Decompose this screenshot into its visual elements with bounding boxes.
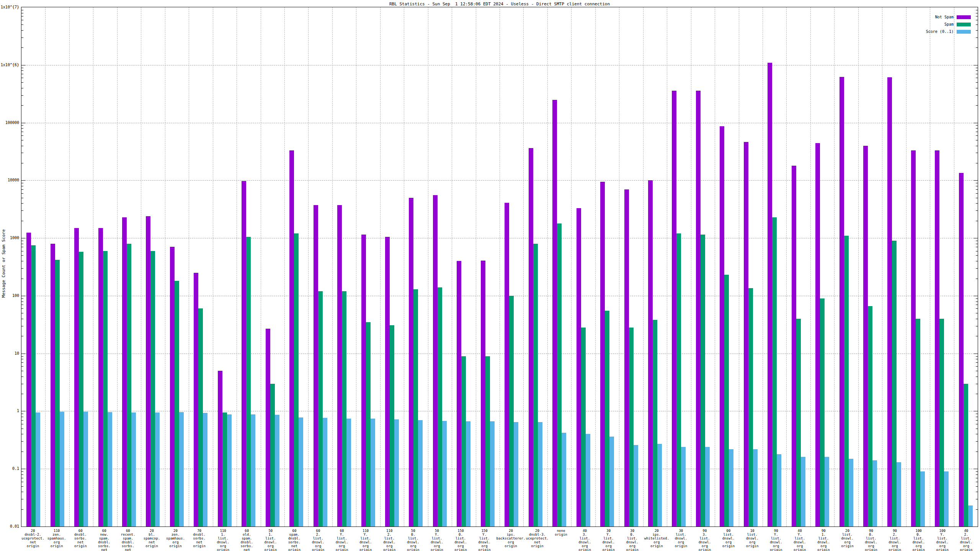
minor-tick-left xyxy=(21,125,23,126)
minor-tick-left xyxy=(21,203,23,204)
minor-tick-right xyxy=(976,486,978,487)
minor-tick-left xyxy=(21,146,23,146)
bar-score-0-1 xyxy=(418,420,423,527)
major-tick-right xyxy=(974,411,978,411)
minor-tick-left xyxy=(21,482,23,482)
major-tick-left xyxy=(21,238,25,238)
minor-tick-right xyxy=(976,24,978,25)
minor-tick-left xyxy=(21,37,23,38)
bar-score-0-1 xyxy=(801,457,805,527)
bar-score-0-1 xyxy=(968,505,973,527)
bar-spam xyxy=(198,308,203,527)
x-tick-label: 20 zen. spamhaus. org origin xyxy=(163,529,187,551)
bar-not-spam xyxy=(361,235,366,527)
legend-row: Not Spam xyxy=(926,15,971,19)
major-tick-right xyxy=(974,354,978,354)
x-tick-label: 20 dnsbl-3. uceprotect. net origin xyxy=(525,529,549,551)
x-tick-label: 110 2. list. dnswl. org origin xyxy=(377,529,401,551)
minor-tick-right xyxy=(976,153,978,153)
bar-score-0-1 xyxy=(825,457,829,527)
minor-tick-right xyxy=(976,441,978,442)
bar-not-spam xyxy=(314,205,318,527)
bar-group xyxy=(93,7,117,527)
x-tick-label: 60 new. spam. dnsbl. sorbs. net origin xyxy=(92,529,116,551)
bar-not-spam xyxy=(577,208,581,527)
bar-group xyxy=(69,7,93,527)
legend-label: Score (0..1) xyxy=(926,29,954,34)
bar-spam xyxy=(485,356,490,527)
y-tick-label: 0.01 xyxy=(0,525,19,528)
minor-tick-left xyxy=(21,140,23,140)
minor-tick-left xyxy=(21,394,23,394)
bar-not-spam xyxy=(696,91,701,527)
bar-score-0-1 xyxy=(944,471,949,527)
bar-score-0-1 xyxy=(251,414,255,527)
minor-tick-left xyxy=(21,183,23,183)
minor-tick-left xyxy=(21,10,23,10)
bar-group xyxy=(906,7,930,527)
minor-tick-left xyxy=(21,420,23,421)
bar-spam xyxy=(748,288,753,527)
bar-group xyxy=(308,7,332,527)
minor-tick-right xyxy=(976,492,978,492)
bar-spam xyxy=(246,237,251,527)
bar-not-spam xyxy=(768,63,772,527)
y-tick-label: 1x10^{6} xyxy=(0,63,19,67)
bar-spam xyxy=(820,298,825,527)
minor-tick-right xyxy=(976,37,978,38)
bar-group xyxy=(117,7,141,527)
minor-tick-right xyxy=(976,210,978,211)
x-tick-label: 50 0. list. dnswl. org origin xyxy=(401,529,425,551)
minor-tick-left xyxy=(21,356,23,357)
minor-tick-right xyxy=(976,30,978,31)
bar-score-0-1 xyxy=(108,412,112,527)
minor-tick-right xyxy=(976,509,978,510)
bar-not-spam xyxy=(122,217,127,527)
bar-spam xyxy=(31,245,36,527)
x-tick-label: 110 Y. list. dnswl. org origin xyxy=(354,529,377,551)
bar-score-0-1 xyxy=(538,422,542,527)
y-tick-label: 1x10^{7} xyxy=(0,5,19,9)
bar-score-0-1 xyxy=(346,419,351,527)
minor-tick-right xyxy=(976,499,978,499)
bar-not-spam xyxy=(289,150,294,527)
y-tick-label: 0.1 xyxy=(0,467,19,471)
minor-tick-right xyxy=(976,247,978,247)
minor-tick-right xyxy=(976,140,978,140)
bar-group xyxy=(763,7,786,527)
minor-tick-left xyxy=(21,384,23,384)
bar-score-0-1 xyxy=(657,444,662,527)
bar-not-spam xyxy=(720,126,724,527)
minor-tick-right xyxy=(976,417,978,417)
bar-spam xyxy=(844,236,849,527)
bar-score-0-1 xyxy=(371,419,375,527)
minor-tick-left xyxy=(21,24,23,25)
bar-score-0-1 xyxy=(705,447,710,527)
minor-tick-right xyxy=(976,471,978,472)
minor-tick-right xyxy=(976,268,978,269)
minor-tick-left xyxy=(21,336,23,336)
bar-group xyxy=(619,7,643,527)
minor-tick-right xyxy=(976,452,978,452)
bar-spam xyxy=(653,320,657,527)
bar-spam xyxy=(55,260,60,527)
minor-tick-left xyxy=(21,128,23,129)
minor-tick-left xyxy=(21,371,23,371)
minor-tick-right xyxy=(976,474,978,475)
bar-group xyxy=(667,7,691,527)
minor-tick-left xyxy=(21,186,23,186)
bar-spam xyxy=(772,217,777,527)
bar-spam xyxy=(724,275,729,527)
major-tick-right xyxy=(974,123,978,123)
bar-score-0-1 xyxy=(729,449,733,527)
major-tick-left xyxy=(21,123,25,123)
minor-tick-left xyxy=(21,308,23,309)
minor-tick-left xyxy=(21,326,23,326)
bar-spam xyxy=(939,319,944,527)
bar-score-0-1 xyxy=(155,412,160,527)
minor-tick-right xyxy=(976,68,978,68)
minor-tick-right xyxy=(976,384,978,384)
minor-tick-left xyxy=(21,268,23,269)
x-tick-label: 50 1. list. dnswl. org origin xyxy=(259,529,283,551)
bar-not-spam xyxy=(194,273,198,527)
